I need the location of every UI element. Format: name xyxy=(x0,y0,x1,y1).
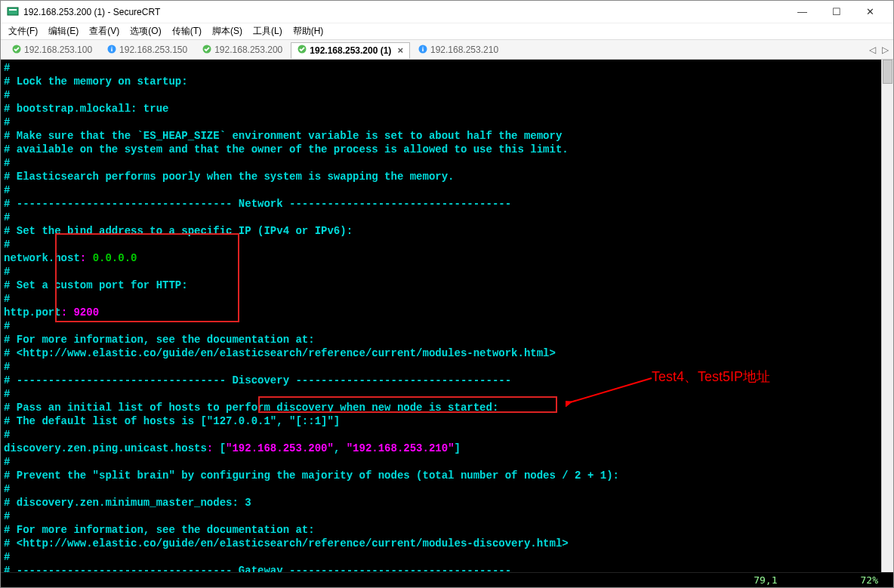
check-icon xyxy=(12,45,21,56)
menu-transfer[interactable]: 传输(T) xyxy=(172,25,202,38)
tabbar: 192.168.253.100i192.168.253.150192.168.2… xyxy=(1,40,893,60)
svg-rect-1 xyxy=(9,9,17,11)
menu-options[interactable]: 选项(O) xyxy=(130,25,161,38)
tab[interactable]: 192.168.253.100 xyxy=(5,42,99,58)
status-percent: 72% xyxy=(861,574,878,586)
tab-label: 192.168.253.200 (1) xyxy=(310,45,391,56)
window-title: 192.168.253.200 (1) - SecureCRT xyxy=(23,7,785,17)
menu-tools[interactable]: 工具(L) xyxy=(253,25,282,38)
check-icon xyxy=(202,45,211,56)
tab-nav-arrows: ◁ ▷ xyxy=(869,45,889,55)
tab-label: 192.168.253.100 xyxy=(24,45,92,55)
scroll-thumb[interactable] xyxy=(883,60,892,84)
info-icon: i xyxy=(418,45,427,56)
titlebar: 192.168.253.200 (1) - SecureCRT — ☐ ✕ xyxy=(1,1,893,23)
tab-label: 192.168.253.200 xyxy=(214,45,282,55)
menu-edit[interactable]: 编辑(E) xyxy=(48,25,79,38)
tab[interactable]: 192.168.253.200 (1)× xyxy=(291,42,410,59)
svg-rect-0 xyxy=(8,8,18,15)
check-icon xyxy=(297,45,307,56)
tab[interactable]: 192.168.253.200 xyxy=(196,42,289,58)
terminal[interactable]: ## Lock the memory on startup:## bootstr… xyxy=(1,60,881,572)
app-icon xyxy=(7,6,19,18)
terminal-area: ## Lock the memory on startup:## bootstr… xyxy=(1,60,893,572)
menu-view[interactable]: 查看(V) xyxy=(89,25,119,38)
close-tab-icon[interactable]: × xyxy=(397,45,403,56)
scrollbar[interactable] xyxy=(881,60,893,572)
minimize-button[interactable]: — xyxy=(785,1,819,23)
menu-script[interactable]: 脚本(S) xyxy=(212,25,242,38)
close-button[interactable]: ✕ xyxy=(853,1,887,23)
tab-label: 192.168.253.150 xyxy=(119,45,187,55)
menu-help[interactable]: 帮助(H) xyxy=(293,25,324,38)
info-icon: i xyxy=(107,45,116,56)
maximize-button[interactable]: ☐ xyxy=(819,1,853,23)
tab[interactable]: i192.168.253.150 xyxy=(100,42,194,58)
tab-next-icon[interactable]: ▷ xyxy=(882,45,889,55)
menubar: 文件(F) 编辑(E) 查看(V) 选项(O) 传输(T) 脚本(S) 工具(L… xyxy=(1,23,893,40)
tab[interactable]: i192.168.253.210 xyxy=(412,42,505,58)
status-position: 79,1 xyxy=(754,574,777,586)
statusbar: 79,1 72% xyxy=(1,572,893,587)
menu-file[interactable]: 文件(F) xyxy=(8,25,38,38)
tab-label: 192.168.253.210 xyxy=(430,45,498,55)
tab-prev-icon[interactable]: ◁ xyxy=(869,45,876,55)
